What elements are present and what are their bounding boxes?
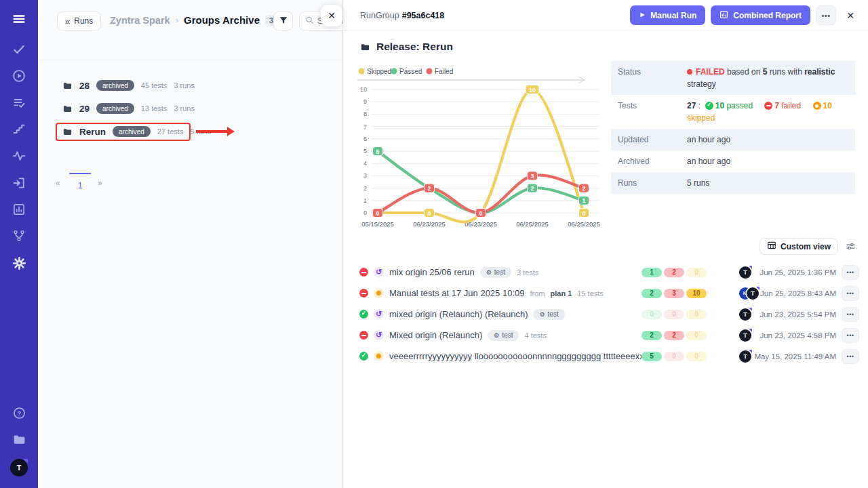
svg-text:8: 8 (363, 110, 367, 117)
run-more-button[interactable]: ••• (842, 307, 859, 322)
group-row-29[interactable]: 29archived13 tests3 runs (38, 97, 342, 120)
automated-run-icon (374, 330, 384, 340)
settings-icon (12, 256, 26, 273)
app-root: ?T « Runs Zyntra Spark › Groups Archive … (0, 0, 868, 488)
pagination-next[interactable]: » (98, 178, 102, 188)
rungroup-info-table: Status FAILED based on 5 runs with reali… (611, 61, 855, 194)
custom-view-button[interactable]: Custom view (760, 238, 838, 255)
tests-label: Tests (618, 100, 687, 124)
user-avatar[interactable]: T (10, 459, 28, 476)
group-name: 28 (79, 81, 90, 91)
run-row[interactable]: Manual tests at 17 Jun 2025 10:09frompla… (359, 283, 859, 304)
run-row[interactable]: mix origin 25/06 reruntest3 tests120TJun… (359, 262, 859, 283)
svg-text:5: 5 (376, 148, 379, 155)
funnel-icon (279, 16, 288, 27)
close-popover-button[interactable]: ✕ (321, 5, 342, 26)
sidebar-item-analytics[interactable] (0, 145, 38, 169)
group-runs-count: 5 runs (190, 127, 211, 136)
group-row-rerun[interactable]: Rerunarchived27 tests5 runs (38, 120, 342, 143)
group-row-28[interactable]: 28archived45 tests3 runs (38, 74, 342, 97)
status-failed-text: FAILED (696, 67, 725, 77)
filter-button[interactable] (273, 12, 293, 30)
run-tests-count: 15 tests (577, 289, 604, 298)
svg-text:Skipped: Skipped (367, 68, 391, 75)
run-more-button[interactable]: ••• (842, 328, 859, 343)
manual-run-label: Manual Run (650, 11, 696, 20)
pagination-prev[interactable]: « (56, 178, 60, 188)
release-title: Release: Rerun (360, 41, 453, 53)
run-avatars: T (739, 350, 751, 363)
run-row[interactable]: mixed origin (Relaunch) (Relaunch)test00… (359, 304, 859, 325)
projects-icon (12, 432, 26, 449)
rungroup-label: RunGroup (360, 11, 399, 20)
branch-icon (12, 229, 26, 245)
run-name[interactable]: Manual tests at 17 Jun 2025 10:09 (389, 288, 524, 298)
group-tests-count: 13 tests (141, 104, 167, 113)
test-tag-badge: test (533, 309, 564, 320)
more-actions-button[interactable]: ••• (816, 5, 836, 25)
manual-run-button[interactable]: Manual Run (630, 5, 705, 25)
passed-status-icon (359, 310, 368, 319)
plan-link[interactable]: plan 1 (550, 289, 572, 298)
svg-text:0: 0 (427, 210, 431, 217)
passed-count-pill: 5 (642, 352, 662, 361)
release-title-label: Release: Rerun (376, 41, 453, 53)
menu-icon (12, 12, 26, 29)
run-row[interactable]: veeeerrrrryyyyyyyyyy llooooooooooonnnnng… (359, 346, 859, 367)
run-list: mix origin 25/06 reruntest3 tests120TJun… (359, 262, 859, 367)
back-to-runs-button[interactable]: « Runs (57, 12, 101, 30)
play-icon (639, 11, 646, 20)
breadcrumb-project[interactable]: Zyntra Spark (110, 15, 170, 26)
group-runs-count: 3 runs (174, 81, 195, 89)
run-row[interactable]: Mixed origin (Relaunch)test4 tests220TJu… (359, 325, 859, 346)
sidebar-item-branch[interactable] (0, 225, 38, 249)
failed-stat: 7 failed (764, 101, 801, 110)
updated-value: an hour ago (687, 134, 848, 146)
sidebar-item-import[interactable] (0, 172, 38, 197)
failed-count-pill: 0 (664, 310, 684, 319)
run-name[interactable]: mixed origin (Relaunch) (Relaunch) (389, 309, 528, 319)
status-text2: runs with (770, 67, 802, 77)
runs-icon (12, 68, 26, 86)
groups-panel: « Runs Zyntra Spark › Groups Archive 3 ✕… (38, 0, 342, 488)
skipped-count-pill: 0 (686, 352, 707, 361)
automated-run-icon (374, 267, 384, 277)
archived-badge: archived (96, 80, 134, 91)
run-name[interactable]: veeeerrrrryyyyyyyyyy llooooooooooonnnnng… (389, 351, 654, 361)
pagination-page-1[interactable]: 1 (69, 173, 91, 190)
sidebar-item-reports[interactable] (0, 199, 38, 223)
combined-report-button[interactable]: Combined Report (711, 5, 810, 25)
help-icon: ? (12, 406, 26, 423)
passed-count-pill: 2 (642, 331, 662, 340)
analytics-icon (12, 149, 26, 165)
run-more-button[interactable]: ••• (842, 349, 859, 364)
svg-text:4: 4 (363, 160, 367, 167)
runs-label: Runs (618, 177, 687, 189)
sidebar-item-runs[interactable] (0, 65, 38, 89)
filter-settings-icon[interactable] (846, 241, 856, 251)
sidebar-item-plans[interactable] (0, 92, 38, 117)
breadcrumb: Zyntra Spark › Groups Archive 3 (110, 14, 277, 26)
list-toolbar: Custom view (760, 238, 856, 255)
skipped-count-pill: 0 (686, 268, 707, 277)
run-more-button[interactable]: ••• (842, 265, 859, 280)
sidebar-item-projects[interactable] (0, 428, 38, 453)
sidebar-item-milestones[interactable] (0, 119, 38, 143)
chevron-double-left-icon: « (65, 16, 70, 26)
close-panel-button[interactable]: ✕ (842, 5, 859, 25)
runs-trend-chart: SkippedPassedFailed01234567891005/15/202… (352, 62, 604, 233)
sidebar-item-help[interactable]: ? (0, 402, 38, 426)
sidebar-item-settings[interactable] (0, 252, 38, 277)
status-text3: strategy (687, 79, 716, 89)
result-pills: 220 (642, 331, 707, 340)
run-more-button[interactable]: ••• (842, 286, 859, 301)
failed-word: failed (782, 101, 802, 110)
svg-text:0: 0 (376, 210, 379, 217)
result-pills: 2310 (642, 289, 707, 298)
milestones-icon (12, 123, 26, 139)
failed-count-pill: 2 (664, 331, 684, 340)
sidebar-item-tests[interactable] (0, 39, 38, 63)
run-name[interactable]: mix origin 25/06 rerun (389, 267, 475, 277)
run-name[interactable]: Mixed origin (Relaunch) (389, 330, 482, 340)
sidebar-item-menu[interactable] (0, 8, 38, 33)
